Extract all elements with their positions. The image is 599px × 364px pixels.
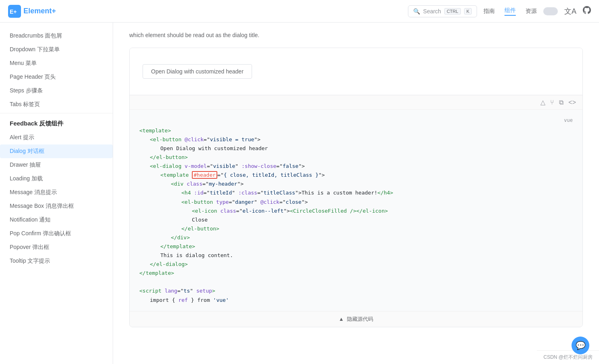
code-line-15: This is dialog content. (139, 251, 573, 260)
main-content: which element should be read out as the … (113, 23, 599, 364)
sidebar-item-popconfirm[interactable]: Pop Confirm 弹出确认框 (0, 227, 113, 241)
sidebar-item-breadcrumbs[interactable]: Breadcrumbs 面包屑 (0, 29, 113, 43)
sidebar-item-alert[interactable]: Alert 提示 (0, 131, 113, 144)
code-toolbar: △ ⑂ ⧉ <> (130, 95, 582, 110)
sidebar-item-dialog[interactable]: Dialog 对话框 (0, 144, 113, 158)
code-line-9: <el-button type="danger" @click="close"> (139, 198, 573, 207)
sidebar-item-tabs[interactable]: Tabs 标签页 (0, 98, 113, 111)
bottom-bar: CSDN @烂不烂问厨房 (537, 350, 599, 364)
layout: Breadcrumbs 面包屑 Dropdown 下拉菜单 Menu 菜单 Pa… (0, 23, 599, 364)
sidebar-item-drawer[interactable]: Drawer 抽屉 (0, 158, 113, 172)
chat-bubble[interactable]: 💬 (572, 337, 589, 354)
code-line-3: Open Dialog with customized header (139, 144, 573, 153)
nav-guide[interactable]: 指南 (483, 8, 495, 15)
code-line-18: <script lang="ts" setup> (139, 287, 573, 295)
logo-text: Element+ (23, 7, 56, 15)
hide-source-label: 隐藏源代码 (347, 316, 373, 323)
navbar: E+ Element+ 🔍 Search CTRL K 指南 组件 资源 文A (0, 0, 599, 23)
sidebar-item-messagebox[interactable]: Message Box 消息弹出框 (0, 199, 113, 213)
slot-highlight: #header (192, 171, 217, 179)
fork-icon[interactable]: ⑂ (550, 99, 554, 106)
hide-source-button[interactable]: ▲ 隐藏源代码 (130, 311, 582, 327)
search-icon: 🔍 (413, 8, 420, 15)
code-line-5: <el-dialog v-model="visible" :show-close… (139, 162, 573, 171)
code-line-6: <template #header="{ close, titleId, tit… (139, 171, 573, 180)
sidebar-item-popover[interactable]: Popover 弹出框 (0, 241, 113, 254)
code-line-11: Close (139, 215, 573, 224)
sidebar-item-loading[interactable]: Loading 加载 (0, 172, 113, 186)
code-line-4: </el-button> (139, 153, 573, 162)
sidebar: Breadcrumbs 面包屑 Dropdown 下拉菜单 Menu 菜单 Pa… (0, 23, 113, 364)
sidebar-item-pageheader[interactable]: Page Header 页头 (0, 70, 113, 84)
sidebar-item-steps[interactable]: Steps 步骤条 (0, 84, 113, 98)
bottom-label: CSDN @烂不烂问厨房 (543, 354, 593, 360)
description-text: which element should be read out as the … (129, 31, 583, 40)
code-line-2: <el-button @click="visible = true"> (139, 135, 573, 144)
code-line-8: <h4 :id="titleId" :class="titleClass">Th… (139, 188, 573, 197)
code-line-7: <div class="my-header"> (139, 180, 573, 188)
theme-toggle[interactable] (543, 7, 558, 15)
demo-box: Open Dialog with customized header △ ⑂ ⧉… (129, 48, 583, 327)
sidebar-divider (0, 113, 113, 113)
chat-icon: 💬 (576, 341, 586, 350)
demo-preview: Open Dialog with customized header (130, 48, 582, 95)
kbd-k: K (464, 8, 472, 15)
sidebar-item-dropdown[interactable]: Dropdown 下拉菜单 (0, 43, 113, 56)
code-line-17: </template> (139, 269, 573, 278)
code-block: vue <template> <el-button @click="visibl… (130, 110, 582, 311)
search-bar[interactable]: 🔍 Search CTRL K (408, 5, 477, 17)
logo-icon: E+ (8, 5, 21, 18)
sidebar-section-feedback: Feedback 反馈组件 (0, 115, 113, 131)
nav-links: 指南 组件 资源 (483, 7, 537, 16)
code-line-14: </template> (139, 242, 573, 251)
copy-icon[interactable]: ⧉ (559, 99, 563, 106)
svg-text:E+: E+ (10, 8, 17, 15)
code-line-13: </div> (139, 233, 573, 242)
search-label: Search (423, 8, 441, 15)
sidebar-item-menu[interactable]: Menu 菜单 (0, 56, 113, 70)
lang-switch[interactable]: 文A (564, 6, 576, 16)
chevron-up-icon: ▲ (339, 316, 344, 322)
code-line-12: </el-button> (139, 224, 573, 233)
code-line-16: </el-dialog> (139, 260, 573, 269)
nav-resources[interactable]: 资源 (525, 8, 537, 15)
open-dialog-button[interactable]: Open Dialog with customized header (143, 64, 252, 79)
highlight-icon[interactable]: △ (540, 98, 545, 106)
code-line-19: import { ref } from 'vue' (139, 296, 573, 305)
logo[interactable]: E+ Element+ (8, 5, 56, 18)
expand-icon[interactable]: <> (568, 99, 576, 106)
code-line-1: <template> (139, 126, 573, 135)
sidebar-item-message[interactable]: Message 消息提示 (0, 186, 113, 199)
code-lang-label: vue (139, 116, 573, 124)
code-line-10: <el-icon class="el-icon--left"><CircleCl… (139, 207, 573, 215)
kbd-ctrl: CTRL (444, 8, 461, 15)
nav-components[interactable]: 组件 (504, 7, 516, 16)
code-blank (139, 278, 573, 287)
sidebar-item-tooltip[interactable]: Tooltip 文字提示 (0, 254, 113, 268)
github-link[interactable] (583, 6, 591, 16)
sidebar-item-notification[interactable]: Notification 通知 (0, 213, 113, 227)
